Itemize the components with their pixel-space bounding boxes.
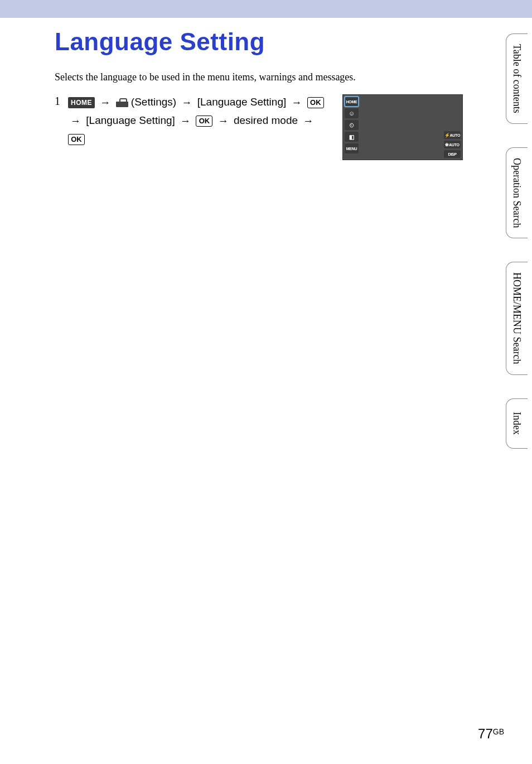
camera-right-col: ⚡AUTO ❀AUTO DISP	[444, 97, 461, 158]
step-text-wrap: 1 HOME → (Settings) → [Language Setting]…	[55, 93, 332, 148]
camera-timer-icon	[345, 120, 359, 130]
camera-screen-preview: HOME MENU ⚡AUTO ❀AUTO DISP	[342, 94, 463, 160]
camera-macro-auto: ❀AUTO	[444, 141, 461, 148]
camera-smile-icon	[345, 108, 359, 118]
intro-text: Selects the language to be used in the m…	[55, 71, 463, 83]
ok-badge: OK	[68, 134, 85, 145]
menu-item-2: [Language Setting]	[86, 114, 175, 126]
tab-home-menu-search[interactable]: HOME/MENU Search	[506, 262, 528, 374]
arrow-icon: →	[70, 112, 81, 130]
top-bar	[0, 0, 532, 18]
settings-label: (Settings)	[131, 96, 176, 108]
arrow-icon: →	[292, 94, 302, 112]
step-body: HOME → (Settings) → [Language Setting] →…	[68, 93, 330, 148]
desired-mode-text: desired mode	[234, 114, 298, 126]
tab-index[interactable]: Index	[506, 398, 528, 449]
step-row: 1 HOME → (Settings) → [Language Setting]…	[55, 93, 463, 160]
tab-operation-search[interactable]: Operation Search	[506, 147, 528, 238]
arrow-icon: →	[181, 94, 192, 112]
ok-badge: OK	[307, 97, 324, 108]
page-number: 77GB	[478, 726, 504, 742]
camera-home-button: HOME	[345, 97, 359, 107]
settings-toolbox-icon	[116, 98, 128, 107]
page-region: GB	[493, 727, 504, 736]
page-num-value: 77	[478, 726, 493, 741]
camera-left-col: HOME MENU	[345, 97, 359, 158]
camera-flash-auto: ⚡AUTO	[444, 131, 461, 139]
menu-item-1: [Language Setting]	[197, 96, 287, 108]
camera-scene-icon	[345, 132, 359, 142]
camera-disp-button: DISP	[444, 150, 461, 158]
page-content: Language Setting Selects the language to…	[0, 18, 463, 160]
arrow-icon: →	[180, 112, 191, 130]
tab-table-of-contents[interactable]: Table of contents	[506, 33, 528, 124]
ok-badge: OK	[196, 116, 212, 127]
arrow-icon: →	[303, 112, 313, 130]
home-badge: HOME	[68, 97, 95, 108]
camera-menu-button: MENU	[345, 143, 359, 153]
step-number: 1	[55, 93, 60, 109]
arrow-icon: →	[218, 112, 229, 130]
side-tabs: Table of contents Operation Search HOME/…	[506, 33, 528, 449]
arrow-icon: →	[100, 94, 110, 112]
page-title: Language Setting	[55, 28, 463, 56]
